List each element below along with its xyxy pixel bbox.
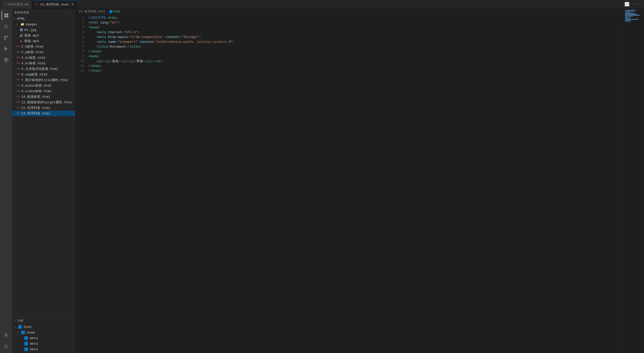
tree-file-mp4[interactable]: ▶ 夜曲.mp4 (12, 38, 75, 44)
tree-file-12[interactable]: <> 12.无序列表.html (12, 105, 75, 111)
tree-file-7[interactable]: <> 7.图片标签的title属性.html (12, 77, 75, 83)
tree-root-html[interactable]: ▾ HTML (12, 16, 75, 22)
sidebar-more-button[interactable]: ... (65, 10, 73, 15)
tree-file-mp4-label: 夜曲.mp4 (24, 39, 39, 43)
outline-head[interactable]: ▾ head (12, 330, 75, 335)
svg-rect-6 (4, 59, 5, 60)
tree-file-5[interactable]: <> 5.文本格式化标签.html (12, 66, 75, 72)
tree-file-5-label: 5.文本格式化标签.html (21, 67, 58, 71)
file-6-icon: <> (16, 73, 20, 76)
tree-file-7-label: 7.图片标签的title属性.html (21, 78, 68, 82)
activity-settings[interactable] (2, 342, 11, 351)
outline-header[interactable]: ▾ 大纲 (12, 317, 75, 324)
tab-md[interactable]: ✦ html语法.md (2, 0, 32, 9)
outline-arrow: ▾ (14, 319, 17, 322)
outline-meta3[interactable]: meta (12, 346, 75, 352)
outline-meta3-icon (24, 347, 28, 351)
tree-file-10[interactable]: <> 10.链接标签.html (12, 94, 75, 100)
tree-root-html-label: HTML (17, 17, 25, 21)
minimap-line-9 (625, 18, 630, 19)
minimap (624, 9, 644, 353)
tree-file-6-label: 6.img标签.html (21, 72, 48, 77)
tree-file-9-label: 9.video标签.html (21, 89, 52, 93)
tree-file-13-label: 13.有序列表.html (21, 111, 50, 116)
activity-accounts[interactable] (2, 331, 11, 340)
outline-head-label: head (27, 331, 35, 335)
tree-file-6[interactable]: <> 6.img标签.html (12, 72, 75, 77)
activity-source-control[interactable] (2, 33, 11, 42)
svg-rect-8 (6, 58, 7, 59)
tree-file-11[interactable]: <> 11.链接标签的target属性.html (12, 100, 75, 105)
code-line-4: 4 <meta charset="UTF-8"> (76, 30, 624, 35)
more-actions-button[interactable]: ··· (633, 2, 642, 7)
activity-search[interactable] (2, 22, 11, 31)
tree-file-2[interactable]: <> 2.p标签.html (12, 49, 75, 55)
activity-extensions[interactable] (2, 55, 11, 65)
tree-file-8[interactable]: <> 8.audio标签.html (12, 83, 75, 88)
tree-file-3[interactable]: <> 3.br标签.html (12, 55, 75, 61)
sidebar-title-text: 资源管理器 (14, 11, 29, 14)
editor-content[interactable]: 1 <!DOCTYPE html> 2 <html lang="en"> 3 <… (76, 14, 624, 353)
code-line-10: 10 <ol><li>香蕉</li><li>苹果</li></ol> (76, 59, 624, 64)
breadcrumb-file[interactable]: 13.有序列表.html (79, 9, 105, 14)
tree-file-4[interactable]: <> 4.hr标签.html (12, 61, 75, 66)
breadcrumb-html-icon (109, 10, 112, 13)
tree-file-9[interactable]: <> 9.video标签.html (12, 88, 75, 94)
minimap-line-1 (625, 10, 636, 11)
tree-file-01jpg[interactable]: 🖼 01.jpg (12, 27, 75, 33)
line-num-8: 8 (76, 50, 88, 53)
breadcrumb-sep: › (106, 10, 108, 13)
line-content-8: </head> (88, 50, 624, 53)
tree-file-mp3-label: 夜曲.mp3 (24, 33, 39, 38)
line-num-10: 10 (76, 59, 88, 63)
svg-point-0 (4, 25, 7, 28)
line-num-2: 2 (76, 21, 88, 25)
tree-file-1[interactable]: <> 1.h标签.html (12, 44, 75, 49)
tab-bar: ✦ html语法.md <> 13.有序列表.html × (2, 0, 623, 9)
tab-html[interactable]: <> 13.有序列表.html × (32, 0, 78, 9)
svg-point-2 (4, 36, 6, 37)
line-content-6: <meta name="viewport" content="width=dev… (88, 40, 624, 44)
svg-rect-7 (7, 59, 8, 60)
title-bar: ✦ html语法.md <> 13.有序列表.html × ⬜ ··· (0, 0, 644, 9)
activity-explorer[interactable] (2, 11, 11, 20)
tree-file-13[interactable]: <> 13.有序列表.html (12, 111, 75, 116)
svg-rect-9 (6, 61, 7, 62)
tab-html-label: 13.有序列表.html (40, 2, 69, 7)
code-line-1: 1 <!DOCTYPE html> (76, 15, 624, 20)
line-num-5: 5 (76, 35, 88, 39)
outline-meta1[interactable]: meta (12, 335, 75, 341)
line-num-11: 11 (76, 64, 88, 68)
file-13-icon: <> (16, 112, 20, 115)
tree-file-1-label: 1.h标签.html (21, 44, 44, 49)
line-num-7: 7 (76, 45, 88, 49)
outline-meta2[interactable]: meta (12, 341, 75, 346)
minimap-line-12 (625, 21, 630, 22)
split-editor-button[interactable]: ⬜ (623, 1, 631, 7)
minimap-line-10 (625, 19, 638, 20)
tree-file-3-label: 3.br标签.html (21, 55, 46, 60)
tree-file-8-label: 8.audio标签.html (21, 83, 52, 88)
svg-point-4 (7, 36, 8, 37)
outline-html[interactable]: ▾ html (12, 324, 75, 330)
folder-images-icon: 📁 (20, 23, 24, 26)
minimap-content (624, 9, 644, 23)
file-tree: ▾ HTML ▾ 📁 images 🖼 01.jpg 🔊 夜曲.mp3 (12, 16, 75, 317)
tree-folder-images-label: images (25, 23, 37, 26)
line-num-6: 6 (76, 40, 88, 44)
tree-folder-images[interactable]: ▾ 📁 images (12, 22, 75, 27)
tree-file-mp3[interactable]: 🔊 夜曲.mp3 (12, 33, 75, 38)
line-content-3: <head> (88, 26, 624, 29)
file-4-icon: <> (16, 62, 20, 65)
minimap-line-6 (625, 15, 640, 16)
line-content-5: <meta http-equiv="X-UA-Compatible" conte… (88, 35, 624, 39)
minimap-line-3 (625, 12, 630, 13)
activity-run[interactable] (2, 44, 11, 53)
file-01jpg-icon: 🖼 (19, 28, 23, 32)
outline-head-icon (21, 331, 25, 334)
tab-html-close[interactable]: × (70, 3, 75, 7)
code-line-12: 12 </html> (76, 68, 624, 73)
tree-file-11-label: 11.链接标签的target属性.html (21, 100, 72, 105)
breadcrumb-html: html (109, 10, 120, 13)
title-bar-actions: ⬜ ··· (623, 1, 642, 7)
